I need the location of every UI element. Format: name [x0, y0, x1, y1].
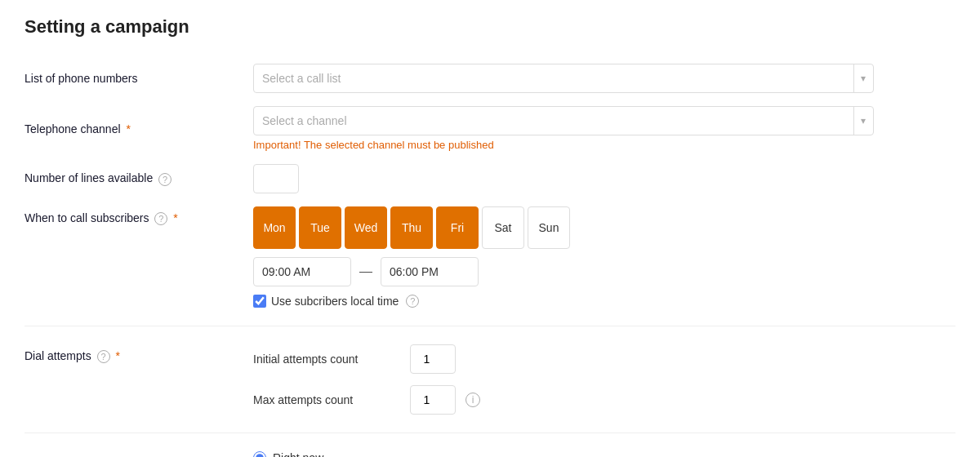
lines-label: Number of lines available [24, 171, 153, 184]
initial-attempts-label: Initial attempts count [253, 353, 400, 366]
max-attempts-info-icon[interactable]: i [466, 393, 480, 407]
channel-select[interactable]: Select a channel [253, 106, 874, 135]
when-to-call-required-star: * [173, 211, 177, 224]
day-btn-wed[interactable]: Wed [345, 206, 387, 249]
lines-help-icon[interactable]: ? [158, 173, 172, 186]
attempts-block: Initial attempts count Max attempts coun… [253, 344, 956, 415]
right-now-row: Right now [253, 451, 956, 457]
dial-attempts-required-star: * [115, 349, 119, 362]
day-btn-sun[interactable]: Sun [528, 206, 570, 249]
day-btn-thu[interactable]: Thu [390, 206, 433, 249]
channel-warning-text: Important! The selected channel must be … [253, 139, 956, 151]
day-btn-sat[interactable]: Sat [482, 206, 524, 249]
day-btn-fri[interactable]: Fri [436, 206, 479, 249]
channel-required-star: * [126, 122, 130, 135]
dial-attempts-label: Dial attempts [24, 349, 91, 362]
initial-attempts-row: Initial attempts count [253, 344, 956, 374]
time-from-input[interactable] [253, 257, 351, 286]
day-btn-tue[interactable]: Tue [299, 206, 341, 249]
max-attempts-row: Max attempts count i [253, 385, 956, 415]
call-list-select-wrapper: Select a call list ▾ [253, 64, 874, 93]
days-row: Mon Tue Wed Thu Fri Sat Sun [253, 206, 956, 249]
when-to-call-help-icon[interactable]: ? [154, 212, 167, 225]
call-list-select[interactable]: Select a call list [253, 64, 874, 93]
initial-attempts-input[interactable] [410, 344, 456, 374]
local-time-help-icon[interactable]: ? [406, 295, 419, 308]
max-attempts-input[interactable] [410, 385, 456, 415]
time-to-input[interactable] [381, 257, 479, 286]
max-attempts-label: Max attempts count [253, 393, 400, 406]
time-dash: — [359, 264, 372, 279]
channel-label: Telephone channel [24, 122, 121, 135]
when-to-call-label: When to call subscribers [24, 211, 149, 224]
local-time-checkbox[interactable] [253, 295, 266, 308]
right-now-radio[interactable] [253, 451, 266, 457]
local-time-row: Use subcribers local time ? [253, 295, 956, 308]
dial-attempts-help-icon[interactable]: ? [97, 350, 110, 363]
time-row: — [253, 257, 956, 286]
right-now-label: Right now [273, 451, 323, 457]
day-btn-mon[interactable]: Mon [253, 206, 296, 249]
page-title: Setting a campaign [24, 16, 956, 38]
start-campaign-block: Right now Schedule for 05/14/2021 02:40 … [253, 451, 956, 457]
local-time-label: Use subcribers local time [271, 295, 399, 308]
lines-input[interactable] [253, 164, 299, 193]
call-list-label: List of phone numbers [24, 72, 138, 85]
channel-select-wrapper: Select a channel ▾ [253, 106, 874, 135]
